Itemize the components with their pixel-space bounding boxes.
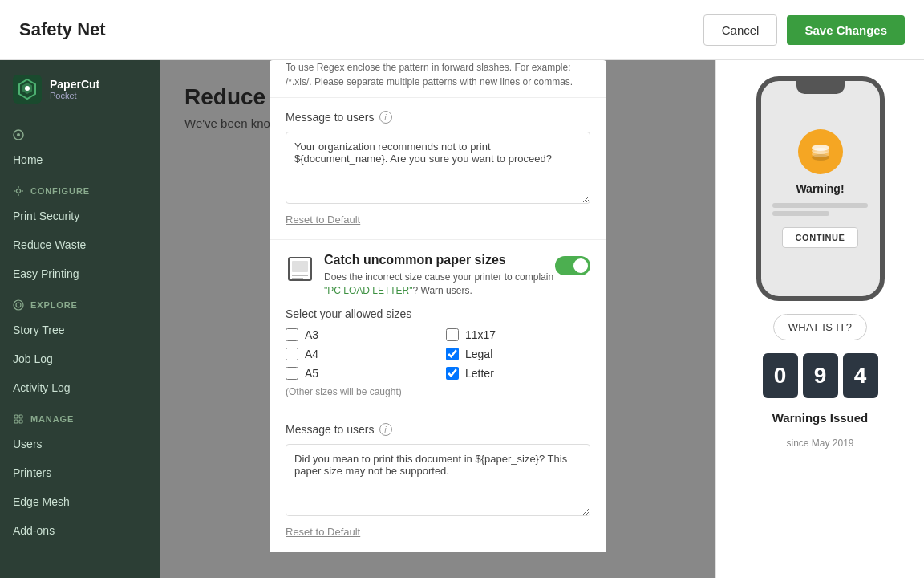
warnings-counter: 0 9 4 <box>763 353 878 398</box>
configure-label: CONFIGURE <box>30 186 90 196</box>
size-11x17[interactable]: 11x17 <box>446 328 590 341</box>
sizes-label: Select your allowed sizes <box>286 307 590 320</box>
warnings-label: Warnings Issued <box>772 411 868 425</box>
catch-section: Catch uncommon paper sizes Does the inco… <box>270 240 606 552</box>
digit-4: 4 <box>843 353 878 398</box>
svg-point-24 <box>812 144 829 151</box>
sidebar-item-print-security[interactable]: Print Security <box>0 201 160 230</box>
svg-point-11 <box>14 300 23 310</box>
logo-name: PaperCut <box>50 78 99 92</box>
info-icon-2: i <box>379 423 392 436</box>
size-a3[interactable]: A3 <box>286 328 430 341</box>
sidebar: PaperCut Pocket Home CONFIGURE Print Sec… <box>0 60 160 578</box>
sidebar-section-configure: CONFIGURE <box>0 174 160 201</box>
svg-rect-15 <box>14 420 18 423</box>
sidebar-logo: PaperCut Pocket <box>0 60 160 118</box>
explore-section-icon <box>13 299 24 311</box>
sidebar-section-home <box>0 118 160 145</box>
message-textarea-2[interactable]: Did you mean to print this document in $… <box>286 444 590 516</box>
catch-header: Catch uncommon paper sizes Does the inco… <box>270 240 606 307</box>
message-section-2: Message to users i Did you mean to print… <box>270 410 606 552</box>
catch-title-area: Catch uncommon paper sizes Does the inco… <box>286 253 555 298</box>
sidebar-item-home[interactable]: Home <box>0 145 160 174</box>
warnings-sub: since May 2019 <box>786 438 853 449</box>
papercut-logo-icon <box>13 75 42 104</box>
message-label-1: Message to users i <box>286 111 590 124</box>
message-textarea-1[interactable]: Your organization recommends not to prin… <box>286 132 590 204</box>
phone-mockup: Warning! CONTINUE <box>756 76 885 301</box>
sidebar-item-edge-mesh[interactable]: Edge Mesh <box>0 487 160 516</box>
header-actions: Cancel Save Changes <box>703 14 905 46</box>
modal-overlay: To use Regex enclose the pattern in forw… <box>160 60 715 578</box>
svg-point-6 <box>17 189 21 193</box>
modal-body: To use Regex enclose the pattern in forw… <box>270 60 606 552</box>
sidebar-item-easy-printing[interactable]: Easy Printing <box>0 259 160 288</box>
phone-warning-text: Warning! <box>796 182 844 195</box>
sidebar-section-explore: EXPLORE <box>0 288 160 315</box>
sidebar-item-users[interactable]: Users <box>0 429 160 458</box>
home-section-icon <box>13 129 24 140</box>
phone-continue-button[interactable]: CONTINUE <box>782 227 859 248</box>
size-letter[interactable]: Letter <box>446 367 590 380</box>
svg-rect-14 <box>19 415 22 418</box>
configure-section-icon <box>13 185 24 197</box>
phone-notch <box>796 81 845 94</box>
catch-paper-icon <box>286 254 314 283</box>
reset-link-1[interactable]: Reset to Default <box>286 214 360 226</box>
checkbox-letter[interactable] <box>446 367 459 380</box>
sidebar-section-manage: MANAGE <box>0 402 160 429</box>
sidebar-item-printers[interactable]: Printers <box>0 458 160 487</box>
message-section-1: Message to users i Your organization rec… <box>270 98 606 240</box>
svg-point-5 <box>17 133 20 136</box>
size-legal[interactable]: Legal <box>446 348 590 360</box>
checkbox-a3[interactable] <box>286 328 298 341</box>
what-is-it-button[interactable]: WHAT IS IT? <box>773 314 868 340</box>
sidebar-item-story-tree[interactable]: Story Tree <box>0 315 160 344</box>
catch-toggle[interactable] <box>555 256 590 275</box>
info-icon-1: i <box>379 111 392 124</box>
catch-desc: Does the incorrect size cause your print… <box>324 271 555 298</box>
phone-line-1 <box>772 203 867 208</box>
top-header: Safety Net Cancel Save Changes <box>0 0 924 60</box>
main-layout: PaperCut Pocket Home CONFIGURE Print Sec… <box>0 60 924 578</box>
sidebar-item-reduce-waste[interactable]: Reduce Waste <box>0 230 160 259</box>
catch-title: Catch uncommon paper sizes <box>324 253 555 267</box>
checkbox-a5[interactable] <box>286 367 298 380</box>
sidebar-item-activity-log[interactable]: Activity Log <box>0 373 160 402</box>
explore-label: EXPLORE <box>30 300 78 310</box>
phone-lines <box>772 203 867 219</box>
size-a5[interactable]: A5 <box>286 367 430 380</box>
checkbox-11x17[interactable] <box>446 328 459 341</box>
svg-point-12 <box>16 303 21 307</box>
phone-line-2 <box>772 211 829 216</box>
digit-9: 9 <box>803 353 838 398</box>
logo-text-block: PaperCut Pocket <box>50 78 99 101</box>
message-label-2: Message to users i <box>286 423 590 436</box>
logo-subtext: Pocket <box>50 91 99 100</box>
sizes-section: Select your allowed sizes A3 11x17 A4 <box>270 307 606 410</box>
sizes-note: (Other sizes will be caught) <box>286 386 590 397</box>
size-a4[interactable]: A4 <box>286 348 430 360</box>
checkbox-a4[interactable] <box>286 348 298 360</box>
svg-point-3 <box>25 86 30 91</box>
toggle-knob <box>573 258 588 273</box>
content-area: Reduce Waste We've been known to waste a… <box>160 60 715 578</box>
digit-0: 0 <box>763 353 798 398</box>
save-button[interactable]: Save Changes <box>787 15 905 45</box>
sidebar-item-job-log[interactable]: Job Log <box>0 344 160 373</box>
checkbox-legal[interactable] <box>446 348 459 360</box>
manage-section-icon <box>13 413 24 425</box>
svg-rect-16 <box>19 420 22 423</box>
reset-link-2[interactable]: Reset to Default <box>286 526 360 538</box>
sidebar-item-addons[interactable]: Add-ons <box>0 516 160 545</box>
manage-label: MANAGE <box>30 414 74 424</box>
svg-rect-18 <box>292 261 308 272</box>
modal-title: Safety Net <box>19 19 106 40</box>
sizes-grid: A3 11x17 A4 Legal <box>286 328 590 380</box>
svg-rect-13 <box>14 415 18 418</box>
right-panel: Warning! CONTINUE WHAT IS IT? 0 9 4 Warn… <box>715 60 924 578</box>
catch-text: Catch uncommon paper sizes Does the inco… <box>324 253 555 298</box>
regex-hint: To use Regex enclose the pattern in forw… <box>270 60 606 98</box>
warning-icon <box>798 129 843 174</box>
cancel-button[interactable]: Cancel <box>703 14 778 46</box>
